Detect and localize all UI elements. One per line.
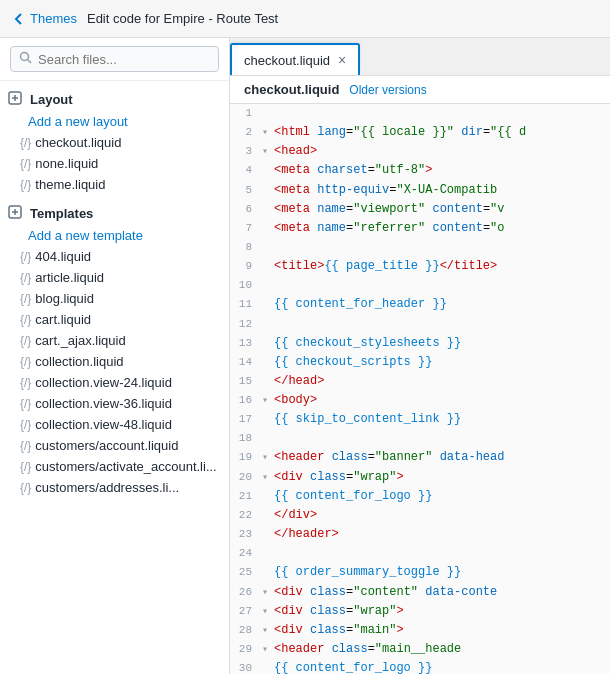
code-line[interactable]: 7 <meta name="referrer" content="o [230, 219, 610, 238]
add-template-link[interactable]: Add a new template [0, 225, 229, 246]
fold-arrow[interactable]: ▾ [262, 602, 274, 620]
sidebar-file-none[interactable]: {/} none.liquid [0, 153, 229, 174]
add-layout-link[interactable]: Add a new layout [0, 111, 229, 132]
code-line[interactable]: 25 {{ order_summary_toggle }} [230, 563, 610, 582]
line-number: 5 [230, 181, 262, 200]
sidebar-file-cart[interactable]: {/} cart.liquid [0, 309, 229, 330]
code-line[interactable]: 13 {{ checkout_stylesheets }} [230, 334, 610, 353]
code-line[interactable]: 5 <meta http-equiv="X-UA-Compatib [230, 181, 610, 200]
sidebar-file-blog[interactable]: {/} blog.liquid [0, 288, 229, 309]
main-layout: Layout Add a new layout {/} checkout.liq… [0, 38, 610, 674]
code-line[interactable]: 29▾ <header class="main__heade [230, 640, 610, 659]
line-content: <div class="content" data-conte [274, 583, 610, 602]
fold-arrow[interactable]: ▾ [262, 640, 274, 658]
fold-arrow[interactable]: ▾ [262, 123, 274, 141]
line-content: <head> [274, 142, 610, 161]
code-editor[interactable]: 12▾<html lang="{{ locale }}" dir="{{ d3▾… [230, 104, 610, 674]
sidebar: Layout Add a new layout {/} checkout.liq… [0, 38, 230, 674]
older-versions-link[interactable]: Older versions [349, 83, 426, 97]
fold-arrow[interactable]: ▾ [262, 448, 274, 466]
code-line[interactable]: 10 [230, 276, 610, 295]
code-line[interactable]: 2▾<html lang="{{ locale }}" dir="{{ d [230, 123, 610, 142]
code-line[interactable]: 6 <meta name="viewport" content="v [230, 200, 610, 219]
search-input-wrap[interactable] [10, 46, 219, 72]
code-line[interactable]: 3▾ <head> [230, 142, 610, 161]
fold-arrow [262, 563, 274, 565]
tab-bar: checkout.liquid × [230, 38, 610, 76]
search-input[interactable] [38, 52, 210, 67]
line-number: 11 [230, 295, 262, 314]
code-line[interactable]: 11 {{ content_for_header }} [230, 295, 610, 314]
line-content: <div class="wrap"> [274, 468, 610, 487]
code-line[interactable]: 15 </head> [230, 372, 610, 391]
fold-arrow[interactable]: ▾ [262, 621, 274, 639]
code-line[interactable]: 12 [230, 315, 610, 334]
sidebar-file-article[interactable]: {/} article.liquid [0, 267, 229, 288]
sidebar-file-404[interactable]: {/} 404.liquid [0, 246, 229, 267]
file-type-tag: {/} [20, 376, 31, 390]
line-number: 26 [230, 583, 262, 602]
line-number: 30 [230, 659, 262, 674]
sidebar-file-collection-36[interactable]: {/} collection.view-36.liquid [0, 393, 229, 414]
code-line[interactable]: 21 {{ content_for_logo }} [230, 487, 610, 506]
code-line[interactable]: 28▾ <div class="main"> [230, 621, 610, 640]
code-line[interactable]: 27▾ <div class="wrap"> [230, 602, 610, 621]
fold-arrow[interactable]: ▾ [262, 468, 274, 486]
file-name: cart.liquid [35, 312, 91, 327]
back-button[interactable]: Themes [12, 11, 77, 26]
code-line[interactable]: 14 {{ checkout_scripts }} [230, 353, 610, 372]
line-number: 20 [230, 468, 262, 487]
file-type-tag: {/} [20, 439, 31, 453]
section-collapse-icon[interactable] [8, 205, 24, 221]
code-line[interactable]: 8 [230, 238, 610, 257]
code-line[interactable]: 1 [230, 104, 610, 123]
file-name: checkout.liquid [35, 135, 121, 150]
code-line[interactable]: 30 {{ content_for_logo }} [230, 659, 610, 674]
sidebar-file-cart-ajax[interactable]: {/} cart._ajax.liquid [0, 330, 229, 351]
fold-arrow [262, 200, 274, 202]
section-collapse-icon[interactable] [8, 91, 24, 107]
templates-section-title: Templates [30, 206, 93, 221]
code-line[interactable]: 19▾ <header class="banner" data-head [230, 448, 610, 467]
line-content: {{ checkout_scripts }} [274, 353, 610, 372]
sidebar-file-collection[interactable]: {/} collection.liquid [0, 351, 229, 372]
code-line[interactable]: 24 [230, 544, 610, 563]
fold-arrow [262, 161, 274, 163]
sidebar-file-theme[interactable]: {/} theme.liquid [0, 174, 229, 195]
line-number: 17 [230, 410, 262, 429]
code-line[interactable]: 23 </header> [230, 525, 610, 544]
line-content: {{ order_summary_toggle }} [274, 563, 610, 582]
file-type-tag: {/} [20, 292, 31, 306]
sidebar-file-customers-activate[interactable]: {/} customers/activate_account.li... [0, 456, 229, 477]
page-title: Edit code for Empire - Route Test [87, 11, 278, 26]
tab-checkout-liquid[interactable]: checkout.liquid × [230, 43, 360, 75]
code-line[interactable]: 4 <meta charset="utf-8"> [230, 161, 610, 180]
code-line[interactable]: 16▾ <body> [230, 391, 610, 410]
code-line[interactable]: 26▾ <div class="content" data-conte [230, 583, 610, 602]
tab-close-button[interactable]: × [338, 53, 346, 67]
line-content: </head> [274, 372, 610, 391]
code-line[interactable]: 22 </div> [230, 506, 610, 525]
svg-line-1 [28, 60, 32, 64]
fold-arrow[interactable]: ▾ [262, 391, 274, 409]
fold-arrow [262, 315, 274, 317]
sidebar-file-customers-account[interactable]: {/} customers/account.liquid [0, 435, 229, 456]
file-type-tag: {/} [20, 481, 31, 495]
code-line[interactable]: 20▾ <div class="wrap"> [230, 468, 610, 487]
sidebar-file-collection-24[interactable]: {/} collection.view-24.liquid [0, 372, 229, 393]
line-content: <meta name="viewport" content="v [274, 200, 610, 219]
line-number: 19 [230, 448, 262, 467]
line-content: <meta charset="utf-8"> [274, 161, 610, 180]
code-line[interactable]: 9 <title>{{ page_title }}</title> [230, 257, 610, 276]
code-line[interactable]: 18 [230, 429, 610, 448]
code-line[interactable]: 17 {{ skip_to_content_link }} [230, 410, 610, 429]
sidebar-file-customers-addresses[interactable]: {/} customers/addresses.li... [0, 477, 229, 498]
fold-arrow[interactable]: ▾ [262, 142, 274, 160]
file-type-tag: {/} [20, 418, 31, 432]
fold-arrow[interactable]: ▾ [262, 583, 274, 601]
sidebar-file-checkout-layout[interactable]: {/} checkout.liquid [0, 132, 229, 153]
line-content: <title>{{ page_title }}</title> [274, 257, 610, 276]
sidebar-file-collection-48[interactable]: {/} collection.view-48.liquid [0, 414, 229, 435]
line-number: 27 [230, 602, 262, 621]
file-name: article.liquid [35, 270, 104, 285]
